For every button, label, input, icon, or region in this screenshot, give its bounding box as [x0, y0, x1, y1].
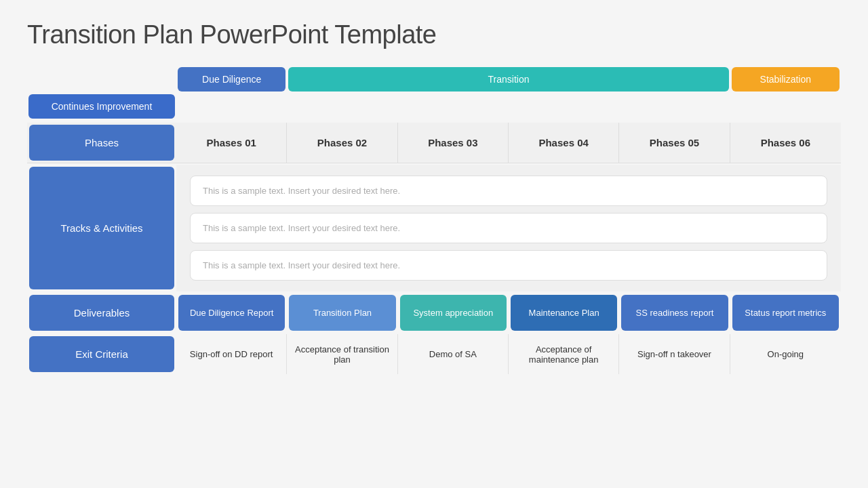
phase-04: Phases 04 — [509, 123, 619, 163]
exit-2: Demo of SA — [398, 334, 509, 374]
banner-empty — [27, 66, 176, 93]
phase-05: Phases 05 — [619, 123, 730, 163]
tracks-row: Tracks & Activities This is a sample tex… — [27, 165, 841, 291]
deliverable-3: Maintenance Plan — [511, 295, 617, 331]
deliverable-0: Due Diligence Report — [178, 295, 285, 331]
tracks-label: Tracks & Activities — [29, 167, 174, 289]
banner-due-diligence: Due Diligence — [178, 67, 285, 92]
exit-1: Acceptance of transition plan — [287, 334, 397, 374]
sample-text-1[interactable]: This is a sample text. Insert your desir… — [190, 176, 827, 206]
phases-label: Phases — [29, 125, 174, 161]
deliverable-5: Status report metrics — [732, 295, 839, 331]
tracks-content: This is a sample text. Insert your desir… — [176, 165, 841, 291]
phase-03: Phases 03 — [398, 123, 509, 163]
deliverables-label: Deliverables — [29, 295, 174, 331]
banner-row: Due Diligence Transition Stabilization C… — [27, 66, 841, 120]
deliverable-2: System appreciation — [400, 295, 507, 331]
banner-transition: Transition — [288, 67, 728, 92]
banner-stabilization: Stabilization — [732, 67, 840, 92]
phase-02: Phases 02 — [287, 123, 397, 163]
exit-3: Acceptance of maintenance plan — [509, 334, 619, 374]
deliverable-1: Transition Plan — [289, 295, 395, 331]
deliverable-4: SS readiness report — [621, 295, 728, 331]
phase-01: Phases 01 — [176, 123, 287, 163]
sample-text-3[interactable]: This is a sample text. Insert your desir… — [190, 250, 827, 281]
phases-row: Phases Phases 01 Phases 02 Phases 03 Pha… — [27, 123, 841, 163]
phase-06: Phases 06 — [730, 123, 841, 163]
exit-label: Exit Criteria — [29, 336, 174, 372]
sample-text-2[interactable]: This is a sample text. Insert your desir… — [190, 213, 827, 243]
exit-5: On-going — [730, 334, 841, 374]
deliverables-row: Deliverables Due Diligence Report Transi… — [27, 293, 841, 333]
exit-0: Sign-off on DD report — [176, 334, 287, 374]
banner-continues-improvement: Continues Improvement — [28, 94, 175, 119]
exit-row: Exit Criteria Sign-off on DD report Acce… — [27, 334, 841, 374]
page-title: Transition Plan PowerPoint Template — [27, 20, 841, 49]
exit-4: Sign-off n takeover — [619, 334, 730, 374]
